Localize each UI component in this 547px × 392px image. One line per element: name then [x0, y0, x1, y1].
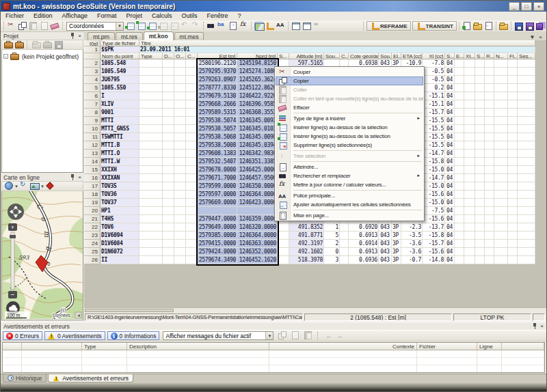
- cell-o[interactable]: [174, 84, 186, 92]
- row-number[interactable]: 10: [84, 125, 101, 133]
- cell-n2[interactable]: [494, 223, 508, 232]
- cell-ses[interactable]: [518, 207, 535, 215]
- context-menu-item-6[interactable]: Type de ligne à insérer►: [276, 114, 423, 123]
- cell-nord[interactable]: 1246452.1620: [237, 256, 278, 264]
- map-refresh-icon[interactable]: [19, 182, 29, 191]
- cell-eta[interactable]: -2.3: [401, 223, 423, 232]
- cell-name[interactable]: XXIXH: [101, 166, 139, 174]
- cell-e[interactable]: [455, 150, 464, 158]
- cell-type[interactable]: [139, 248, 163, 256]
- cell-r[interactable]: [485, 174, 494, 182]
- ruler-icon[interactable]: [265, 22, 275, 31]
- cell-s2[interactable]: 04: [445, 174, 455, 182]
- row-number[interactable]: 24: [84, 240, 101, 248]
- cut-icon[interactable]: [7, 22, 16, 31]
- context-menu-item-0[interactable]: Couper: [276, 68, 423, 76]
- cell-s2[interactable]: 04: [445, 125, 455, 133]
- cell-el[interactable]: 3P: [392, 248, 401, 256]
- cell-s3[interactable]: [475, 141, 485, 150]
- cell-xi[interactable]: -15.5: [423, 141, 445, 150]
- cell-o[interactable]: [174, 232, 186, 240]
- cell-ses[interactable]: [518, 133, 535, 141]
- cell-s3[interactable]: [475, 84, 485, 92]
- cell-c[interactable]: [186, 59, 198, 68]
- close-button[interactable]: ×: [533, 2, 544, 11]
- column-header[interactable]: Type: [139, 53, 163, 59]
- cell-ses[interactable]: [518, 150, 535, 158]
- cell-name[interactable]: TOV35: [101, 182, 139, 191]
- cell-nord[interactable]: 1246345.0092: [237, 117, 278, 125]
- cell-nord[interactable]: 1246345.0098: [237, 133, 278, 141]
- menu-item-7[interactable]: Fenêtre: [202, 12, 232, 20]
- cell-s3[interactable]: [475, 223, 485, 232]
- maximize-button[interactable]: □: [521, 2, 532, 11]
- cell-name[interactable]: MTTI.B: [101, 141, 139, 150]
- cell-e[interactable]: [455, 223, 464, 232]
- toolbar-grip[interactable]: [203, 22, 204, 30]
- cell-c[interactable]: [186, 207, 198, 215]
- cell-r[interactable]: [485, 199, 494, 207]
- context-menu-item-17[interactable]: Police principale...: [276, 191, 423, 200]
- cell-d[interactable]: [163, 199, 174, 207]
- cell-ses[interactable]: [518, 158, 535, 166]
- cell-o[interactable]: [174, 125, 186, 133]
- cell-o[interactable]: [174, 109, 186, 117]
- cell-s2[interactable]: 04: [445, 248, 455, 256]
- message-column-header[interactable]: Contexte: [269, 343, 417, 350]
- cell-o[interactable]: [174, 158, 186, 166]
- close-icon[interactable]: ×: [78, 33, 81, 39]
- cell-s2[interactable]: 04: [445, 166, 455, 174]
- cell-fl[interactable]: [508, 158, 518, 166]
- cell-e[interactable]: [455, 215, 464, 223]
- cell-xi[interactable]: -14.7: [423, 174, 445, 182]
- cell-s1[interactable]: [278, 256, 289, 264]
- font-icon[interactable]: [276, 22, 286, 31]
- column-header[interactable]: [0s]: [84, 40, 101, 46]
- cell-est[interactable]: 2578777.8330: [198, 84, 237, 92]
- cell-d[interactable]: [163, 141, 174, 150]
- cell-nord[interactable]: 1246350.0000: [237, 182, 278, 191]
- cell-e[interactable]: [455, 133, 464, 141]
- cell-el[interactable]: 3P: [392, 223, 401, 232]
- cell-r[interactable]: [485, 240, 494, 248]
- cell-ses[interactable]: [518, 166, 535, 174]
- cell-type[interactable]: [139, 199, 163, 207]
- row-number[interactable]: 17: [84, 182, 101, 191]
- cell-est[interactable]: 2579589.5315: [198, 109, 237, 117]
- folder-icon[interactable]: [499, 22, 509, 31]
- cell-sou2[interactable]: 043: [379, 248, 392, 256]
- cell-alt[interactable]: 491.8352: [289, 223, 324, 232]
- cell-s2[interactable]: 04: [445, 232, 455, 240]
- cell-xi[interactable]: -0.5: [423, 68, 445, 76]
- cell-xi[interactable]: -13.7: [423, 223, 445, 232]
- row-number[interactable]: 5: [84, 84, 101, 92]
- cell-ses[interactable]: [518, 232, 535, 240]
- cell-type[interactable]: [139, 166, 163, 174]
- cell-type[interactable]: [139, 223, 163, 232]
- menu-item-4[interactable]: Projet: [121, 12, 147, 20]
- cell-d[interactable]: [163, 166, 174, 174]
- cell-s2[interactable]: 04: [445, 109, 455, 117]
- cell-n2[interactable]: [494, 59, 508, 68]
- cell-name[interactable]: MTTI_GNSS: [101, 125, 139, 133]
- cell-est[interactable]: [198, 207, 237, 215]
- cell-sou2[interactable]: 043: [379, 223, 392, 232]
- row-number[interactable]: 19: [84, 199, 101, 207]
- cell-c[interactable]: [186, 117, 198, 125]
- cell-nord[interactable]: 1245122.8620: [237, 84, 278, 92]
- cell-xi2[interactable]: [464, 223, 475, 232]
- tab-mt.mes[interactable]: mt.mes: [174, 32, 204, 40]
- cell-s3[interactable]: [475, 199, 485, 207]
- column-header[interactable]: S...: [475, 53, 485, 59]
- cell-xi[interactable]: -15.1: [423, 100, 445, 109]
- cell-s3[interactable]: [475, 248, 485, 256]
- cell-fl[interactable]: [508, 191, 518, 199]
- column-header[interactable]: C...: [186, 53, 198, 59]
- cell-xi[interactable]: -15.7: [423, 240, 445, 248]
- cell-alt[interactable]: 518.3978: [289, 256, 324, 264]
- cell-sou2[interactable]: 043: [379, 232, 392, 240]
- insert-above-icon[interactable]: [137, 22, 146, 31]
- cell-n2[interactable]: [494, 182, 508, 191]
- cell-el[interactable]: 3P: [392, 240, 401, 248]
- cell-e[interactable]: [455, 199, 464, 207]
